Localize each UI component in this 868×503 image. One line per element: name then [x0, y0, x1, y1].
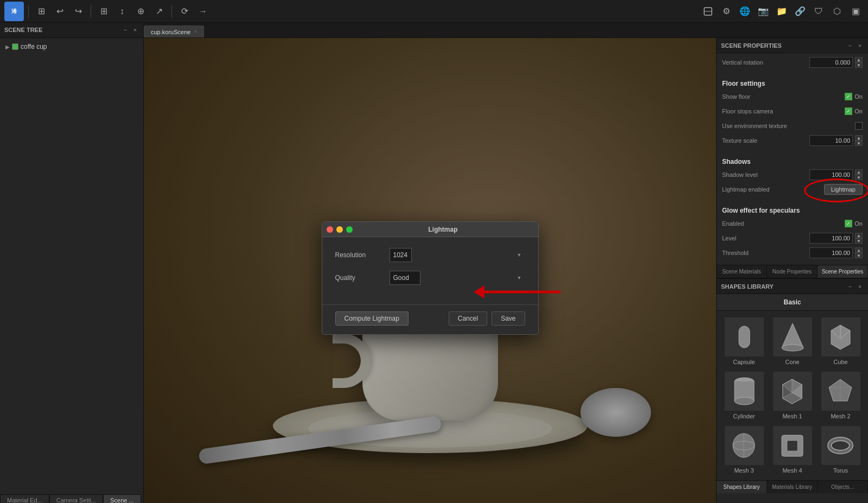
scene-tree-close-btn[interactable]: ×: [131, 26, 139, 34]
toolbar-btn-rotate[interactable]: ⊕: [132, 3, 149, 20]
shapes-close-btn[interactable]: ×: [856, 283, 864, 290]
shape-item-cube[interactable]: Cube: [818, 315, 864, 367]
toolbar-btn-export[interactable]: →: [195, 3, 211, 20]
shapes-collapse-btn[interactable]: −: [846, 283, 854, 290]
glow-threshold-spinner: ▲ ▼: [855, 247, 863, 258]
dialog-save-label: Save: [501, 315, 515, 322]
vertical-rotation-up[interactable]: ▲: [855, 57, 863, 62]
dialog-quality-select[interactable]: Low Medium Good High: [390, 271, 420, 285]
vertical-rotation-down[interactable]: ▼: [855, 62, 863, 68]
scene-props-collapse-btn[interactable]: −: [846, 42, 854, 49]
main-toolbar: 浠 ⊞ ↩ ↪ ⊞ ↕ ⊕ ↗ ⟳ → ⚙ 🌐 📷 📁 🔗 🛡 ⬡ ▣: [0, 0, 868, 23]
shape-thumb-capsule: [725, 317, 764, 356]
shadows-title: Shadows: [722, 158, 863, 165]
toolbar-btn-screen[interactable]: ⊞: [33, 3, 49, 20]
show-floor-label: Show floor: [722, 93, 845, 100]
glow-level-down[interactable]: ▼: [855, 238, 863, 244]
tab-camera-settings[interactable]: Camera Setti...: [49, 494, 103, 503]
dialog-min-btn[interactable]: [336, 226, 343, 233]
shape-item-cone[interactable]: Cone: [769, 315, 815, 367]
dialog-save-btn[interactable]: Save: [492, 311, 525, 326]
show-floor-check[interactable]: ✓: [845, 93, 852, 100]
glow-threshold-down[interactable]: ▼: [855, 253, 863, 258]
shape-label-torus: Torus: [833, 467, 848, 474]
texture-scale-up[interactable]: ▲: [855, 135, 863, 141]
shape-item-mesh4[interactable]: Mesh 4: [769, 424, 815, 476]
dialog-quality-row: Quality Low Medium Good High: [335, 271, 525, 285]
glow-level-up[interactable]: ▲: [855, 233, 863, 238]
shadow-level-down[interactable]: ▼: [855, 175, 863, 180]
toolbar-btn-move[interactable]: ↕: [114, 3, 130, 20]
shape-item-capsule[interactable]: Capsule: [721, 315, 767, 367]
lib-tab-shapes[interactable]: Shapes Library: [717, 481, 767, 493]
shape-item-mesh3[interactable]: Mesh 3: [721, 424, 767, 476]
toolbar-btn-shield[interactable]: 🛡: [810, 3, 827, 20]
lib-tab-shapes-label: Shapes Library: [723, 484, 760, 490]
toolbar-btn-r1[interactable]: [700, 3, 716, 20]
glow-enabled-check[interactable]: ✓: [845, 220, 852, 227]
dialog-cancel-btn[interactable]: Cancel: [449, 311, 487, 326]
toolbar-btn-hexagon[interactable]: ⬡: [829, 3, 845, 20]
lib-tab-materials[interactable]: Materials Library: [767, 481, 818, 493]
doc-tab-cup-close[interactable]: ×: [194, 29, 197, 35]
use-env-texture-check[interactable]: [855, 122, 863, 130]
glow-level-spinner: ▲ ▼: [855, 233, 863, 244]
scene-tree-title: SCENE TREE: [4, 27, 42, 33]
toolbar-btn-globe[interactable]: 🌐: [737, 3, 753, 20]
svg-rect-4: [739, 326, 750, 348]
use-env-texture-row: Use environment texture: [722, 120, 863, 132]
scene-props-header-btns: − ×: [846, 42, 864, 49]
tab-scene[interactable]: Scene ...: [103, 494, 141, 503]
glow-threshold-input[interactable]: [809, 247, 853, 258]
texture-scale-input[interactable]: [809, 135, 853, 146]
floor-stops-camera-check[interactable]: ✓: [845, 107, 852, 115]
toolbar-btn-undo[interactable]: ↩: [52, 3, 68, 20]
shadows-section: Shadows Shadow level ▲ ▼ Lightmap enable…: [717, 152, 868, 201]
texture-scale-down[interactable]: ▼: [855, 141, 863, 146]
shape-item-cylinder[interactable]: Cylinder: [721, 370, 767, 422]
vertical-rotation-input[interactable]: [809, 57, 853, 68]
shadow-level-up[interactable]: ▲: [855, 169, 863, 175]
shape-label-cylinder: Cylinder: [733, 413, 755, 419]
lightmap-button[interactable]: Lightmap: [824, 184, 863, 195]
toolbar-btn-settings[interactable]: ⚙: [718, 3, 735, 20]
toolbar-btn-folder[interactable]: 📁: [774, 3, 790, 20]
dialog-close-btn[interactable]: [327, 226, 333, 233]
glow-threshold-up[interactable]: ▲: [855, 247, 863, 253]
toolbar-btn-refresh[interactable]: ⟳: [176, 3, 193, 20]
doc-tabs: cup.koruScene ×: [144, 23, 868, 38]
shadow-level-input[interactable]: [809, 169, 853, 180]
lib-tab-objects[interactable]: Objects...: [818, 481, 868, 493]
tab-camera-settings-label: Camera Setti...: [56, 497, 96, 503]
shape-item-mesh1[interactable]: Mesh 1: [769, 370, 815, 422]
viewport[interactable]: Lightmap Resolution 512 1024 2048 40: [144, 38, 716, 503]
toolbar-btn-network[interactable]: 🔗: [792, 3, 808, 20]
shape-item-mesh2[interactable]: Mesh 2: [818, 370, 864, 422]
glow-level-input[interactable]: [809, 233, 853, 244]
tree-item-coffe-cup[interactable]: ▶ coffe cup: [3, 41, 140, 52]
tree-arrow-icon: ▶: [5, 44, 10, 50]
doc-tab-cup[interactable]: cup.koruScene ×: [144, 26, 204, 37]
dialog-max-btn[interactable]: [346, 226, 353, 233]
lib-tab-objects-label: Objects...: [831, 484, 854, 490]
tab-node-properties[interactable]: Node Properties: [767, 265, 818, 278]
toolbar-btn-layout[interactable]: ▣: [847, 3, 864, 20]
scene-props-close-btn[interactable]: ×: [856, 42, 864, 49]
scene-properties-header: SCENE PROPERTIES − ×: [717, 38, 868, 53]
scene-tree-collapse-btn[interactable]: −: [122, 26, 129, 34]
shape-item-torus[interactable]: Torus: [818, 424, 864, 476]
tab-scene-materials[interactable]: Scene Materials: [717, 265, 767, 278]
compute-lightmap-btn[interactable]: Compute Lightmap: [335, 311, 409, 326]
shapes-grid: Capsule Cone: [717, 311, 868, 480]
lightmap-dialog: Lightmap Resolution 512 1024 2048 40: [322, 221, 539, 335]
toolbar-btn-grid[interactable]: ⊞: [95, 3, 112, 20]
dialog-resolution-select[interactable]: 512 1024 2048 4096: [390, 248, 412, 262]
toolbar-btn-scale[interactable]: ↗: [151, 3, 167, 20]
glow-threshold-row: Threshold ▲ ▼: [722, 247, 863, 259]
tab-scene-properties[interactable]: Scene Properties: [818, 265, 868, 278]
toolbar-btn-redo[interactable]: ↪: [70, 3, 86, 20]
tab-material-ed[interactable]: Material Ed...: [0, 494, 49, 503]
tree-checkbox-coffe-cup[interactable]: [12, 43, 18, 50]
toolbar-btn-camera[interactable]: 📷: [755, 3, 771, 20]
bottom-tabs: Material Ed... Camera Setti... Scene ...…: [0, 494, 143, 503]
